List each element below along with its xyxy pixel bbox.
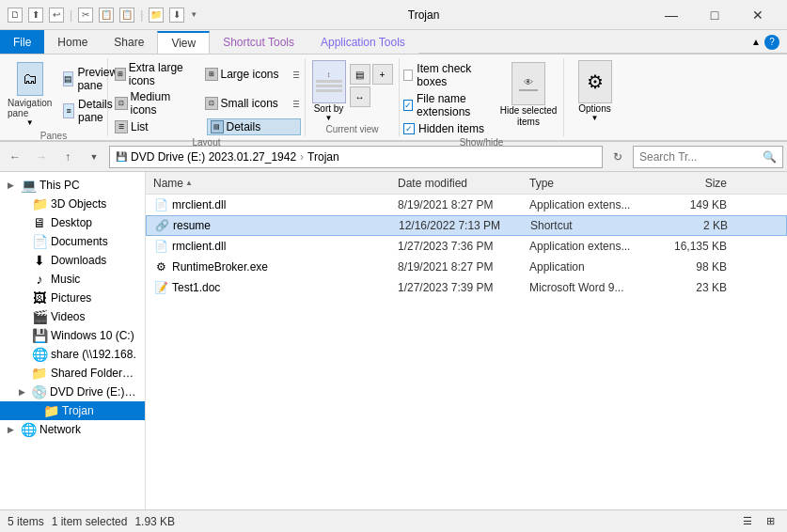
medium-icon: ⊡ [115,97,128,110]
column-size[interactable]: Size [652,177,727,190]
minimize-button[interactable]: — [650,0,693,30]
refresh-button[interactable]: ↻ [606,146,629,168]
small-icons-button[interactable]: ⊡ Small icons [202,89,291,117]
navigation-bar: ← → ↑ ▼ 💾 DVD Drive (E:) 2023.01.27_1942… [0,142,787,172]
sidebar-item-3dobjects[interactable]: 📁3D Objects [0,195,145,213]
sidebar-icon-music: ♪ [32,272,47,287]
sidebar-item-trojan[interactable]: 📁Trojan [0,401,145,420]
tb-dropdown[interactable]: ▼ [190,10,197,19]
column-type[interactable]: Type [529,177,652,190]
search-bar[interactable]: 🔍 [633,146,783,168]
file-extensions-checkbox[interactable] [403,100,413,111]
medium-icons-button[interactable]: ⊡ Medium icons [112,89,200,117]
file-list: Name ▲ Date modified Type Size 📄mrclient… [146,172,787,509]
sidebar-item-windows[interactable]: 💾Windows 10 (C:) [0,326,145,345]
sort-by-button[interactable]: ↕ Sort by ▼ [312,60,346,122]
ribbon-collapse-icon[interactable]: ▲ [751,37,761,47]
forward-button[interactable]: → [30,146,53,168]
tab-apptool[interactable]: Application Tools [307,30,418,54]
sort-asc-icon: ▲ [185,179,193,187]
large-icons-button[interactable]: ⊞ Large icons [202,60,291,88]
close-button[interactable]: ✕ [736,0,779,30]
panes-group: 🗂 Navigationpane ▼ ▤ Preview pane ≡ Deta… [0,58,108,136]
file-icon: 📝 [153,280,168,295]
sidebar-item-network[interactable]: ▶🌐Network [0,420,145,439]
add-columns-button[interactable]: + [372,64,393,85]
sidebar-item-documents[interactable]: 📄Documents [0,232,145,251]
tab-view[interactable]: View [157,31,210,54]
group-by-button[interactable]: ▤ [350,64,370,85]
size-columns-button[interactable]: ↔ [350,86,370,107]
extra-large-label: Extra large icons [129,61,197,87]
selected-info: 1 item selected [52,515,128,528]
file-name-text: RuntimeBroker.exe [172,260,268,274]
recent-locations-button[interactable]: ▼ [83,146,105,168]
tab-file[interactable]: File [0,30,44,54]
tab-home[interactable]: Home [44,30,101,54]
item-checkboxes-checkbox[interactable] [403,70,413,81]
extra-large-icons-button[interactable]: ⊞ Extra large icons [112,60,200,88]
tb-icon-2: ⬆ [28,8,43,23]
list-label: List [131,120,149,133]
grid-view-toggle[interactable]: ⊞ [761,512,779,531]
back-button[interactable]: ← [4,146,26,168]
item-checkboxes-toggle[interactable]: Item check boxes [403,62,490,88]
maximize-button[interactable]: □ [693,0,736,30]
path-separator: › [300,150,304,164]
details-view-toggle[interactable]: ☰ [738,512,757,531]
sidebar-item-thispc[interactable]: ▶💻This PC [0,176,145,195]
tb-icon-3: ↩ [49,8,64,23]
up-button[interactable]: ↑ [56,146,79,168]
tab-shortcut[interactable]: Shortcut Tools [210,30,307,54]
window-controls: — □ ✕ [650,0,779,30]
path-part-2[interactable]: Trojan [307,150,339,164]
path-part-1[interactable]: DVD Drive (E:) 2023.01.27_1942 [131,150,296,164]
file-name-text: rmclient.dll [172,240,226,253]
options-button[interactable]: ⚙ Options ▼ [578,60,612,133]
sidebar-item-share[interactable]: 🌐share (\\192.168. [0,345,145,364]
file-name-cell: 📄mrclient.dll [153,197,398,212]
file-size-cell: 2 KB [653,219,728,232]
extra-large-icon: ⊞ [115,68,126,81]
ribbon-tabs: File Home Share View Shortcut Tools Appl… [0,30,787,55]
help-icon[interactable]: ? [764,35,779,50]
sidebar-item-shared[interactable]: 📁Shared Folders (\ [0,364,145,383]
sidebar-icon-documents: 📄 [32,234,47,249]
sidebar-item-dvddrive[interactable]: ▶💿DVD Drive (E:) 202 [0,383,145,401]
sidebar-label-music: Music [51,273,80,286]
table-row[interactable]: 🔗resume12/16/2022 7:13 PMShortcut2 KB [146,215,787,236]
layout-expand-1[interactable] [291,60,301,88]
nav-pane-button[interactable]: 🗂 Navigationpane ▼ [4,60,55,129]
sidebar-item-downloads[interactable]: ⬇Downloads [0,251,145,270]
details-button[interactable]: ▤ Details [207,118,302,135]
file-type-cell: Shortcut [530,219,653,232]
file-date-cell: 1/27/2023 7:36 PM [398,240,529,253]
column-date-modified[interactable]: Date modified [398,177,529,190]
address-bar[interactable]: 💾 DVD Drive (E:) 2023.01.27_1942 › Troja… [109,146,603,168]
hidden-items-checkbox[interactable] [403,123,415,134]
layout-expand-2[interactable] [291,89,301,117]
sidebar-label-trojan: Trojan [62,404,94,417]
search-input[interactable] [639,150,759,164]
file-icon: 📄 [153,197,168,212]
tb-separator2: | [140,8,143,22]
column-name[interactable]: Name ▲ [153,177,398,190]
table-row[interactable]: 📄mrclient.dll8/19/2021 8:27 PMApplicatio… [146,195,787,215]
sidebar-item-videos[interactable]: 🎬Videos [0,307,145,326]
table-row[interactable]: 📄rmclient.dll1/27/2023 7:36 PMApplicatio… [146,236,787,257]
file-extensions-toggle[interactable]: File name extensions [403,92,490,118]
tb-icon-7: 📁 [149,8,164,23]
hidden-items-toggle[interactable]: Hidden items [403,122,490,135]
tab-share[interactable]: Share [101,30,157,54]
sidebar-icon-share: 🌐 [32,347,47,362]
table-row[interactable]: 📝Test1.doc1/27/2023 7:39 PMMicrosoft Wor… [146,277,787,298]
sidebar-item-desktop[interactable]: 🖥Desktop [0,213,145,232]
file-name-text: resume [173,219,211,232]
sidebar-item-pictures[interactable]: 🖼Pictures [0,289,145,307]
hide-selected-button[interactable]: 👁 Hide selected items [497,60,559,135]
file-name-text: mrclient.dll [172,198,226,211]
list-button[interactable]: ☰ List [112,118,205,135]
sidebar-item-music[interactable]: ♪Music [0,270,145,289]
sidebar-icon-pictures: 🖼 [32,290,47,305]
table-row[interactable]: ⚙RuntimeBroker.exe8/19/2021 8:27 PMAppli… [146,257,787,277]
